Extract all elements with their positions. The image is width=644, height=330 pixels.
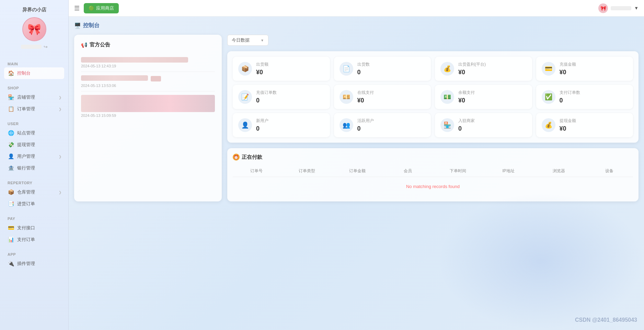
- stat-label: 新用户: [256, 118, 324, 124]
- sidebar-logo: 异界の小店 🎀 ↪: [21, 7, 48, 50]
- col-order-amount: 订单金额: [334, 168, 381, 174]
- topbar-user[interactable]: 🎀 ▼: [598, 3, 639, 13]
- plugin-icon: 🔌: [8, 261, 14, 267]
- stat-card-inner: 📄 出货数 0: [340, 62, 426, 76]
- sidebar-item-plugins[interactable]: 🔌 插件管理: [4, 258, 64, 270]
- sidebar-item-orders[interactable]: 📋 订单管理 ❯: [4, 103, 64, 115]
- stat-card-new-users: 👤 新用户 0: [233, 113, 330, 137]
- col-order-time: 下单时间: [434, 168, 482, 174]
- stat-label: 出货盈利(平台): [458, 62, 527, 67]
- sidebar-item-users[interactable]: 👤 用户管理 ❯: [4, 151, 64, 162]
- stat-card-active-users: 👥 活跃用户 0: [334, 113, 431, 137]
- active-user-icon: 👥: [340, 118, 353, 132]
- stat-card-inner: 🏪 入驻商家 0: [440, 118, 527, 132]
- app-name: 异界の小店: [22, 7, 46, 13]
- new-user-icon: 👤: [238, 118, 252, 132]
- sidebar-item-payment[interactable]: 💳 支付接口: [4, 222, 64, 234]
- sidebar-item-purchase[interactable]: 📑 进货订单: [4, 198, 64, 210]
- stat-card-inner: 💵 余额支付 ¥0: [440, 90, 527, 104]
- sidebar-item-dashboard[interactable]: 🏠 控制台: [4, 67, 64, 79]
- content-grid: 📢 官方公告 2024-05-13 12:43:19 2024-05-13 13…: [74, 35, 639, 201]
- stats-row-2: 📝 充值订单数 0 💴 在线支付: [233, 85, 633, 109]
- user-icon: 👤: [8, 153, 14, 160]
- order-icon: 📋: [8, 106, 14, 112]
- stat-label: 余额支付: [458, 90, 527, 96]
- stat-card-inner: 💰 出货盈利(平台) ¥0: [440, 62, 527, 76]
- sidebar-item-label: 仓库管理: [17, 189, 35, 195]
- stat-label: 提现金额: [560, 118, 628, 124]
- clock-icon: ⏰: [233, 154, 240, 161]
- stat-card-inner: 💳 充值金额 ¥0: [542, 62, 628, 76]
- username-text: [21, 45, 42, 49]
- stat-card-profit: 💰 出货盈利(平台) ¥0: [435, 57, 532, 81]
- stat-info: 出货盈利(平台) ¥0: [458, 62, 527, 76]
- stat-info: 活跃用户 0: [357, 118, 426, 132]
- pay-check-icon: ✅: [542, 90, 555, 104]
- stat-info: 充值订单数 0: [256, 90, 324, 104]
- stat-info: 出货数 0: [357, 62, 426, 76]
- section-label-shop: SHOP: [4, 83, 64, 91]
- section-label-main: MAIN: [4, 59, 64, 67]
- stat-card-inner: ✅ 支付订单数 0: [542, 90, 628, 104]
- stat-card-inner: 👤 新用户 0: [238, 118, 324, 132]
- withdraw-icon: 💸: [8, 142, 14, 148]
- announcement-icon: 📢: [81, 42, 88, 48]
- store-icon: 🏪: [8, 94, 14, 100]
- page-title-text: 控制台: [83, 22, 100, 29]
- nav-repertory: REPERTORY 📦 仓库管理 ❯ 📑 进货订单: [0, 178, 68, 210]
- paying-title-text: 正在付款: [242, 154, 262, 161]
- topbar: ☰ 🟢 应用商店 🎀 ▼: [69, 0, 644, 16]
- dropdown-chevron-icon: ▼: [261, 38, 264, 42]
- nav-shop: SHOP 🏪 店铺管理 ❯ 📋 订单管理 ❯: [0, 83, 68, 115]
- stat-info: 支付订单数 0: [560, 90, 628, 104]
- chevron-right-icon: ❯: [59, 107, 61, 111]
- stat-info: 出货额 ¥0: [256, 62, 324, 76]
- pay-orders-icon: 📊: [8, 236, 14, 243]
- balance-pay-icon: 💵: [440, 90, 454, 104]
- stat-value: 0: [458, 125, 527, 132]
- stat-info: 在线支付 ¥0: [357, 90, 426, 104]
- stat-value: ¥0: [458, 97, 527, 104]
- stat-card-merchants: 🏪 入驻商家 0: [435, 113, 532, 137]
- app-store-button[interactable]: 🟢 应用商店: [84, 3, 119, 13]
- announcement-item: 2024-05-13 12:43:19: [81, 54, 215, 72]
- data-filter-dropdown[interactable]: 今日数据 ▼: [227, 35, 268, 46]
- announcement-text-2: [81, 75, 148, 81]
- recharge-orders-icon: 📝: [238, 90, 252, 104]
- sidebar-item-withdraw[interactable]: 💸 提现管理: [4, 139, 64, 151]
- profit-icon: 💰: [440, 62, 454, 76]
- stat-card-shipment-count: 📄 出货数 0: [334, 57, 431, 81]
- sidebar-item-pay-orders[interactable]: 📊 支付订单: [4, 234, 64, 245]
- sidebar-item-warehouse[interactable]: 📦 仓库管理 ❯: [4, 186, 64, 198]
- shipment-icon: 📦: [238, 62, 252, 76]
- sidebar-item-site[interactable]: 🌐 站点管理: [4, 127, 64, 139]
- sidebar-item-label: 支付订单: [17, 236, 35, 243]
- sidebar-item-label: 用户管理: [17, 153, 35, 160]
- main-content: ☰ 🟢 应用商店 🎀 ▼ 🖥️ 控制台 📢 官方公告: [69, 0, 644, 330]
- sidebar-item-label: 店铺管理: [17, 94, 35, 100]
- stat-value: 0: [357, 69, 426, 76]
- sidebar-item-store[interactable]: 🏪 店铺管理 ❯: [4, 91, 64, 103]
- section-label-pay: PAY: [4, 214, 64, 222]
- sidebar-item-label: 插件管理: [17, 261, 35, 267]
- announcement-text-1: [81, 57, 188, 63]
- topbar-avatar: 🎀: [598, 3, 608, 13]
- stat-label: 出货数: [357, 62, 426, 67]
- topbar-username: [611, 6, 631, 10]
- stat-card-shipment-amount: 📦 出货额 ¥0: [233, 57, 330, 81]
- announcement-date-1: 2024-05-13 12:43:19: [81, 64, 215, 68]
- col-order-type: 订单类型: [283, 168, 331, 174]
- stat-label: 活跃用户: [357, 118, 426, 124]
- section-label-repertory: REPERTORY: [4, 178, 64, 186]
- sidebar-item-label: 进货订单: [17, 201, 35, 207]
- menu-icon[interactable]: ☰: [74, 4, 80, 12]
- stat-card-inner: 👥 活跃用户 0: [340, 118, 426, 132]
- home-icon: 🏠: [8, 70, 14, 76]
- logout-icon[interactable]: ↪: [44, 44, 48, 50]
- bank-icon: 🏦: [8, 165, 14, 171]
- col-device: 设备: [585, 168, 633, 174]
- sidebar-item-bank[interactable]: 🏦 银行管理: [4, 162, 64, 174]
- stat-card-inner: 💰 提现金额 ¥0: [542, 118, 628, 132]
- sidebar-item-label: 控制台: [17, 70, 31, 76]
- stats-row-3: 👤 新用户 0 👥 活跃用户: [233, 113, 633, 137]
